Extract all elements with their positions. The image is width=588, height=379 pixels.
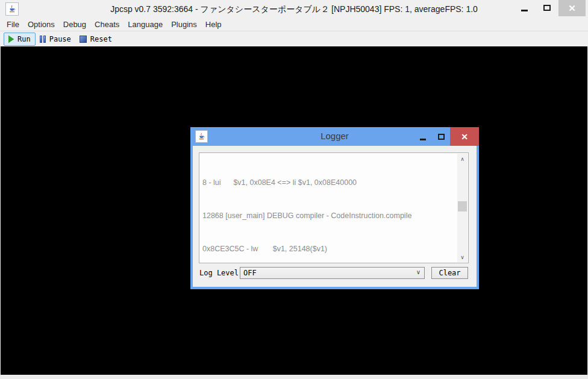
minimize-icon: [420, 139, 426, 140]
chevron-down-icon: ∨: [416, 269, 421, 275]
chevron-down-icon: ∨: [460, 254, 464, 260]
window-title: Jpcsp v0.7 3592:3664 - ファンタシースターポータブル２ […: [0, 0, 588, 18]
menu-file[interactable]: File: [2, 18, 23, 31]
scroll-up-button[interactable]: ∧: [457, 154, 468, 164]
maximize-button[interactable]: [536, 0, 558, 16]
close-icon: ✕: [568, 3, 576, 14]
log-line: 12868 [user_main] DEBUG compiler - CodeI…: [202, 210, 455, 221]
logger-close-button[interactable]: ✕: [450, 127, 479, 146]
reset-icon: [80, 36, 87, 43]
run-label: Run: [17, 35, 31, 43]
run-button[interactable]: Run: [4, 33, 36, 46]
log-scrollbar[interactable]: ∧ ∨: [457, 154, 468, 262]
main-window: Jpcsp v0.7 3592:3664 - ファンタシースターポータブル２ […: [0, 0, 588, 379]
pause-icon: [40, 36, 46, 43]
log-line: 0x8CE3C5C - lw $v1, 25148($v1): [202, 243, 455, 254]
scrollbar-thumb[interactable]: [458, 201, 467, 211]
reset-label: Reset: [90, 35, 112, 43]
log-level-select[interactable]: OFF ∨: [240, 267, 425, 279]
menu-cheats[interactable]: Cheats: [90, 18, 124, 31]
reset-button[interactable]: Reset: [75, 33, 116, 46]
maximize-icon: [438, 134, 445, 140]
menu-language[interactable]: Language: [124, 18, 167, 31]
logger-titlebar[interactable]: Logger ✕: [190, 127, 479, 146]
window-bottom-edge: [0, 375, 588, 379]
minimize-button[interactable]: [513, 0, 536, 16]
toolbar: Run Pause Reset: [0, 31, 588, 46]
pause-button[interactable]: Pause: [36, 33, 75, 46]
logger-window-controls: ✕: [414, 127, 479, 146]
log-lines: 8 - lui $v1, 0x08E4 <=> li $v1, 0x08E400…: [202, 155, 455, 263]
clear-button[interactable]: Clear: [431, 267, 468, 279]
logger-minimize-button[interactable]: [414, 127, 432, 146]
minimize-icon: [521, 10, 528, 11]
menubar: File Options Debug Cheats Language Plugi…: [0, 18, 588, 31]
menu-options[interactable]: Options: [23, 18, 59, 31]
play-icon: [8, 36, 14, 43]
menu-debug[interactable]: Debug: [59, 18, 90, 31]
log-level-value: OFF: [243, 269, 257, 277]
maximize-icon: [543, 5, 551, 11]
logger-dialog: Logger ✕ 8 - lui $v1, 0x08E4 <=> li $v1,…: [190, 127, 479, 289]
close-icon: ✕: [461, 132, 468, 142]
logger-content: 8 - lui $v1, 0x08E4 <=> li $v1, 0x08E400…: [193, 146, 477, 287]
menu-plugins[interactable]: Plugins: [167, 18, 201, 31]
pause-label: Pause: [49, 35, 71, 43]
log-level-row: Log Level: OFF ∨ Clear: [193, 267, 477, 279]
close-button[interactable]: ✕: [558, 0, 586, 16]
titlebar: Jpcsp v0.7 3592:3664 - ファンタシースターポータブル２ […: [0, 0, 588, 18]
log-line: 8 - lui $v1, 0x08E4 <=> li $v1, 0x08E400…: [202, 177, 455, 188]
menu-help[interactable]: Help: [201, 18, 226, 31]
log-text-area[interactable]: 8 - lui $v1, 0x08E4 <=> li $v1, 0x08E400…: [199, 152, 469, 263]
logger-maximize-button[interactable]: [432, 127, 450, 146]
window-controls: ✕: [513, 0, 586, 17]
chevron-up-icon: ∧: [460, 156, 464, 162]
scroll-down-button[interactable]: ∨: [457, 252, 468, 262]
log-level-label: Log Level:: [199, 269, 243, 277]
